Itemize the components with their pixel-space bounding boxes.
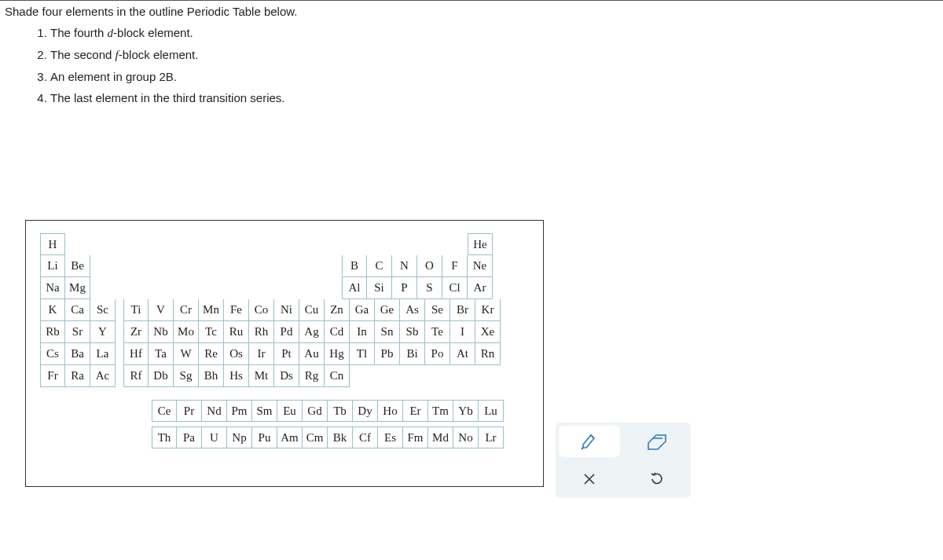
- element-cell[interactable]: Tc: [199, 321, 224, 343]
- element-cell[interactable]: H: [40, 233, 65, 255]
- element-cell[interactable]: Sg: [174, 365, 199, 387]
- element-cell[interactable]: Bh: [199, 365, 224, 387]
- element-cell[interactable]: Cm: [303, 426, 328, 448]
- element-cell[interactable]: Ga: [350, 299, 375, 321]
- element-cell[interactable]: Pb: [375, 343, 400, 365]
- element-cell[interactable]: S: [417, 277, 442, 299]
- element-cell[interactable]: Lr: [479, 426, 504, 448]
- element-cell[interactable]: Ru: [224, 321, 249, 343]
- element-cell[interactable]: Y: [90, 321, 116, 343]
- element-cell[interactable]: Md: [428, 426, 453, 448]
- element-cell[interactable]: Sc: [90, 299, 116, 321]
- element-cell[interactable]: Rb: [40, 321, 65, 343]
- element-cell[interactable]: Ba: [65, 343, 90, 365]
- element-cell[interactable]: Ge: [375, 299, 400, 321]
- element-cell[interactable]: P: [392, 277, 417, 299]
- element-cell[interactable]: Li: [40, 255, 65, 277]
- element-cell[interactable]: F: [442, 255, 468, 277]
- element-cell[interactable]: Th: [152, 426, 177, 448]
- element-cell[interactable]: Cs: [40, 343, 65, 365]
- element-cell[interactable]: Pd: [274, 321, 299, 343]
- element-cell[interactable]: Ce: [152, 400, 177, 422]
- element-cell[interactable]: As: [400, 299, 425, 321]
- element-cell[interactable]: N: [392, 255, 417, 277]
- element-cell[interactable]: Po: [425, 343, 450, 365]
- element-cell[interactable]: Hs: [224, 365, 249, 387]
- element-cell[interactable]: Ti: [123, 299, 149, 321]
- element-cell[interactable]: I: [450, 321, 475, 343]
- element-cell[interactable]: Ir: [249, 343, 274, 365]
- element-cell[interactable]: Rn: [475, 343, 501, 365]
- element-cell[interactable]: Ac: [90, 365, 116, 387]
- element-cell[interactable]: Mn: [199, 299, 224, 321]
- element-cell[interactable]: La: [90, 343, 116, 365]
- element-cell[interactable]: Ne: [468, 255, 493, 277]
- element-cell[interactable]: Co: [249, 299, 274, 321]
- element-cell[interactable]: Pr: [177, 400, 202, 422]
- element-cell[interactable]: K: [40, 299, 65, 321]
- element-cell[interactable]: Xe: [475, 321, 501, 343]
- element-cell[interactable]: Es: [378, 426, 403, 448]
- element-cell[interactable]: Pa: [177, 426, 202, 448]
- element-cell[interactable]: O: [417, 255, 442, 277]
- element-cell[interactable]: Db: [149, 365, 174, 387]
- element-cell[interactable]: B: [342, 255, 367, 277]
- undo-button[interactable]: [623, 460, 691, 498]
- element-cell[interactable]: Sm: [252, 400, 277, 422]
- element-cell[interactable]: Cd: [325, 321, 350, 343]
- eraser-tool-button[interactable]: [623, 423, 691, 460]
- highlight-tool-button[interactable]: [559, 426, 620, 457]
- element-cell[interactable]: Sr: [65, 321, 90, 343]
- element-cell[interactable]: Tb: [328, 400, 353, 422]
- element-cell[interactable]: C: [367, 255, 392, 277]
- element-cell[interactable]: Pu: [252, 426, 277, 448]
- element-cell[interactable]: Fm: [403, 426, 428, 448]
- element-cell[interactable]: U: [202, 426, 227, 448]
- element-cell[interactable]: Np: [227, 426, 252, 448]
- element-cell[interactable]: Si: [367, 277, 392, 299]
- element-cell[interactable]: Tm: [428, 400, 453, 422]
- element-cell[interactable]: Gd: [303, 400, 328, 422]
- element-cell[interactable]: Cl: [442, 277, 468, 299]
- element-cell[interactable]: Kr: [475, 299, 501, 321]
- element-cell[interactable]: Cf: [353, 426, 378, 448]
- element-cell[interactable]: Br: [450, 299, 475, 321]
- element-cell[interactable]: Bi: [400, 343, 425, 365]
- element-cell[interactable]: At: [450, 343, 475, 365]
- element-cell[interactable]: Rh: [249, 321, 274, 343]
- element-cell[interactable]: Ho: [378, 400, 403, 422]
- element-cell[interactable]: Au: [299, 343, 325, 365]
- element-cell[interactable]: In: [350, 321, 375, 343]
- element-cell[interactable]: Nb: [149, 321, 174, 343]
- element-cell[interactable]: Se: [425, 299, 450, 321]
- element-cell[interactable]: Cu: [299, 299, 325, 321]
- element-cell[interactable]: Eu: [277, 400, 303, 422]
- element-cell[interactable]: Al: [342, 277, 367, 299]
- element-cell[interactable]: Ds: [274, 365, 299, 387]
- element-cell[interactable]: Er: [403, 400, 428, 422]
- element-cell[interactable]: Ar: [468, 277, 493, 299]
- close-button[interactable]: [556, 460, 623, 498]
- element-cell[interactable]: Na: [40, 277, 65, 299]
- element-cell[interactable]: Ca: [65, 299, 90, 321]
- element-cell[interactable]: Rg: [299, 365, 325, 387]
- element-cell[interactable]: He: [468, 233, 493, 255]
- element-cell[interactable]: Mo: [174, 321, 199, 343]
- element-cell[interactable]: Mt: [249, 365, 274, 387]
- element-cell[interactable]: Sn: [375, 321, 400, 343]
- element-cell[interactable]: Ni: [274, 299, 299, 321]
- element-cell[interactable]: Os: [224, 343, 249, 365]
- element-cell[interactable]: Hg: [325, 343, 350, 365]
- element-cell[interactable]: Bk: [328, 426, 353, 448]
- element-cell[interactable]: Re: [199, 343, 224, 365]
- element-cell[interactable]: Rf: [123, 365, 149, 387]
- element-cell[interactable]: Ra: [65, 365, 90, 387]
- element-cell[interactable]: Te: [425, 321, 450, 343]
- element-cell[interactable]: Be: [65, 255, 90, 277]
- element-cell[interactable]: Zr: [123, 321, 149, 343]
- element-cell[interactable]: Hf: [123, 343, 149, 365]
- element-cell[interactable]: Nd: [202, 400, 227, 422]
- element-cell[interactable]: Tl: [350, 343, 375, 365]
- element-cell[interactable]: Fr: [40, 365, 65, 387]
- element-cell[interactable]: Yb: [453, 400, 479, 422]
